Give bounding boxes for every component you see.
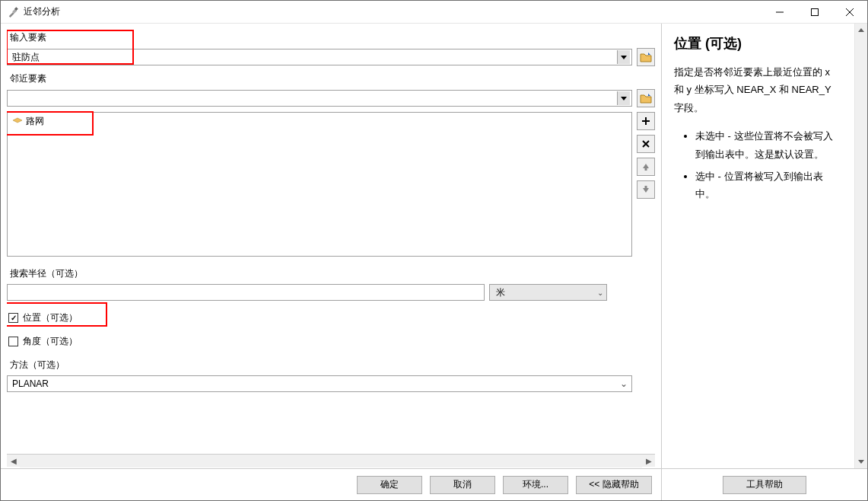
svg-rect-9 bbox=[645, 168, 647, 171]
add-button[interactable] bbox=[637, 112, 655, 130]
browse-input-button[interactable] bbox=[637, 48, 655, 66]
hide-help-button[interactable]: << 隐藏帮助 bbox=[576, 476, 652, 494]
vertical-scrollbar[interactable] bbox=[854, 24, 867, 468]
help-bullet: 未选中 - 这些位置将不会被写入到输出表中。这是默认设置。 bbox=[695, 127, 842, 163]
help-list: 未选中 - 这些位置将不会被写入到输出表中。这是默认设置。 选中 - 位置将被写… bbox=[674, 127, 842, 203]
form-area: 输入要素 驻防点 邻近要素 bbox=[1, 24, 661, 468]
chevron-down-icon: ⌄ bbox=[597, 289, 603, 297]
search-radius-input[interactable] bbox=[7, 284, 485, 301]
svg-rect-2 bbox=[812, 8, 819, 15]
method-value: PLANAR bbox=[12, 378, 618, 389]
help-bullet: 选中 - 位置将被写入到输出表中。 bbox=[695, 168, 842, 203]
titlebar: 近邻分析 bbox=[1, 1, 867, 24]
chevron-down-icon: ⌄ bbox=[618, 378, 630, 389]
near-list-row: 路网 bbox=[7, 112, 655, 257]
scroll-right-icon[interactable]: ▶ bbox=[642, 455, 655, 467]
horizontal-scrollbar[interactable]: ◀ ▶ bbox=[7, 454, 655, 467]
method-combo[interactable]: PLANAR ⌄ bbox=[7, 375, 632, 392]
hammer-icon bbox=[7, 6, 19, 18]
angle-label: 角度（可选） bbox=[23, 335, 78, 348]
scroll-down-icon[interactable] bbox=[855, 455, 867, 468]
scroll-up-icon[interactable] bbox=[855, 24, 867, 37]
list-side-buttons bbox=[637, 112, 655, 199]
near-features-label: 邻近要素 bbox=[7, 71, 655, 88]
help-paragraph: 指定是否将邻近要素上最近位置的 x 和 y 坐标写入 NEAR_X 和 NEAR… bbox=[674, 63, 842, 116]
location-label: 位置（可选） bbox=[23, 311, 78, 324]
dropdown-arrow-icon[interactable] bbox=[617, 50, 630, 64]
move-up-button[interactable] bbox=[637, 158, 655, 176]
window-controls bbox=[762, 1, 867, 24]
environments-button[interactable]: 环境... bbox=[503, 476, 568, 494]
input-features-label: 输入要素 bbox=[7, 30, 655, 46]
near-features-list[interactable]: 路网 bbox=[7, 112, 632, 257]
move-down-button[interactable] bbox=[637, 180, 655, 199]
help-inner: 位置 (可选) 指定是否将邻近要素上最近位置的 x 和 y 坐标写入 NEAR_… bbox=[662, 24, 867, 468]
search-radius-row: 米 ⌄ bbox=[7, 284, 655, 301]
angle-checkbox[interactable] bbox=[8, 337, 18, 346]
near-features-row bbox=[7, 89, 655, 107]
location-checkbox[interactable] bbox=[8, 313, 18, 323]
dialog-footer: 确定 取消 环境... << 隐藏帮助 bbox=[1, 468, 661, 500]
list-item-label: 路网 bbox=[26, 115, 44, 128]
location-row[interactable]: 位置（可选） bbox=[7, 308, 655, 327]
minimize-button[interactable] bbox=[762, 1, 797, 24]
cancel-button[interactable]: 取消 bbox=[430, 476, 495, 494]
unit-value: 米 bbox=[496, 286, 597, 299]
search-radius-unit[interactable]: 米 ⌄ bbox=[489, 284, 607, 301]
list-item[interactable]: 路网 bbox=[8, 113, 631, 130]
svg-rect-10 bbox=[645, 186, 647, 189]
method-row: PLANAR ⌄ bbox=[7, 375, 655, 392]
help-content: 位置 (可选) 指定是否将邻近要素上最近位置的 x 和 y 坐标写入 NEAR_… bbox=[662, 24, 854, 468]
help-title: 位置 (可选) bbox=[674, 34, 842, 53]
form-content: 输入要素 驻防点 邻近要素 bbox=[7, 30, 655, 392]
remove-button[interactable] bbox=[637, 135, 655, 153]
browse-near-button[interactable] bbox=[637, 89, 655, 107]
layer-icon bbox=[12, 116, 23, 127]
maximize-button[interactable] bbox=[797, 1, 832, 24]
ok-button[interactable]: 确定 bbox=[357, 476, 422, 494]
input-features-combo[interactable]: 驻防点 bbox=[7, 49, 632, 65]
scroll-track[interactable] bbox=[855, 37, 867, 455]
angle-row[interactable]: 角度（可选） bbox=[7, 332, 655, 351]
method-label: 方法（可选） bbox=[7, 357, 655, 374]
close-button[interactable] bbox=[832, 1, 867, 24]
tool-help-button[interactable]: 工具帮助 bbox=[723, 476, 806, 494]
scroll-left-icon[interactable]: ◀ bbox=[7, 455, 20, 467]
help-footer: 工具帮助 bbox=[662, 468, 867, 500]
dropdown-arrow-icon[interactable] bbox=[617, 91, 630, 105]
scroll-track[interactable] bbox=[20, 455, 642, 467]
window-body: 输入要素 驻防点 邻近要素 bbox=[1, 24, 867, 500]
search-radius-label: 搜索半径（可选） bbox=[7, 266, 655, 282]
input-features-value: 驻防点 bbox=[12, 51, 617, 64]
input-features-row: 驻防点 bbox=[7, 48, 655, 66]
form-pane: 输入要素 驻防点 邻近要素 bbox=[1, 24, 662, 500]
window-root: 近邻分析 输入要素 bbox=[0, 0, 868, 501]
form-scroll: 输入要素 驻防点 邻近要素 bbox=[7, 30, 655, 454]
window-title: 近邻分析 bbox=[24, 5, 762, 18]
near-features-combo[interactable] bbox=[7, 90, 632, 107]
help-pane: 位置 (可选) 指定是否将邻近要素上最近位置的 x 和 y 坐标写入 NEAR_… bbox=[662, 24, 867, 500]
